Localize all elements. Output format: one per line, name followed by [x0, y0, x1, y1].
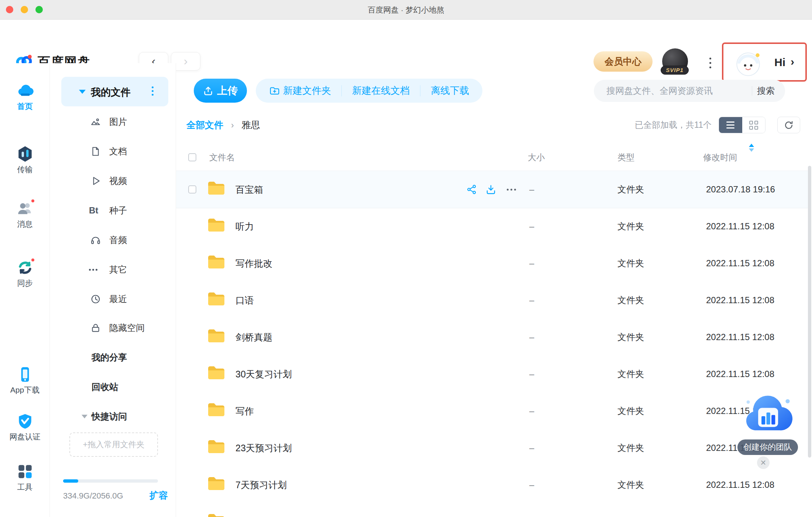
team-promo-label[interactable]: 创建你的团队 [737, 439, 798, 455]
column-size[interactable]: 大小 [528, 144, 545, 171]
more-actions-icon[interactable] [505, 186, 518, 193]
sidebar-item-others[interactable]: 其它 [50, 261, 176, 278]
messages-badge-dot [31, 199, 35, 203]
breadcrumb-root[interactable]: 全部文件 [186, 120, 223, 130]
table-row[interactable]: 写作批改 – 文件夹 2022.11.15 12:08 [176, 245, 809, 282]
download-icon[interactable] [485, 184, 496, 195]
member-center-button[interactable]: 会员中心 [593, 51, 653, 72]
sync-badge-dot [31, 258, 35, 262]
sidebar-item-pictures[interactable]: 图片 [50, 113, 176, 131]
column-modified[interactable]: 修改时间 [703, 144, 737, 171]
assistant-highlight-box[interactable]: Hi › [722, 42, 807, 82]
scrollbar-thumb[interactable] [808, 166, 811, 458]
sidebar-item-hidden-space[interactable]: 隐藏空间 [50, 319, 176, 337]
new-folder-button[interactable]: 新建文件夹 [269, 84, 331, 97]
file-size: – [529, 319, 534, 356]
storage-usage-label: 334.9G/2056.0G [63, 490, 123, 502]
sidebar-item-recent[interactable]: 最近 [50, 290, 176, 308]
column-type[interactable]: 类型 [617, 144, 634, 171]
file-modified: 2022.11.15 12:08 [706, 282, 774, 319]
nav-tools[interactable]: 工具 [0, 463, 50, 492]
sidebar-item-documents[interactable]: 文档 [50, 143, 176, 160]
sidebar-item-recycle-bin[interactable]: 回收站 [50, 378, 176, 396]
file-size: – [529, 429, 534, 466]
sidebar-item-audio[interactable]: 音频 [50, 231, 176, 249]
column-name[interactable]: 文件名 [209, 144, 235, 171]
sidebar-item-quick-access[interactable]: 快捷访问 [50, 408, 176, 425]
grid-view-icon [749, 121, 758, 130]
new-online-doc-button[interactable]: 新建在线文档 [352, 84, 410, 97]
nav-certification[interactable]: 网盘认证 [0, 413, 50, 442]
row-actions [466, 171, 518, 208]
nav-tools-label: 工具 [0, 482, 50, 492]
transfer-hexagon-icon [17, 145, 34, 162]
sidebar-item-my-files[interactable]: 我的文件 [61, 77, 168, 106]
file-name[interactable]: 7天预习计划 [235, 466, 287, 503]
nav-transfer[interactable]: 传输 [0, 145, 50, 175]
sync-icon [17, 259, 34, 276]
table-row[interactable]: 7天预习计划 – 文件夹 2022.11.15 12:08 [176, 466, 809, 503]
file-name[interactable]: 剑桥真题 [235, 319, 272, 356]
file-name[interactable]: 30天复习计划 [235, 356, 292, 393]
table-row[interactable]: 口语 – 文件夹 2022.11.15 12:08 [176, 282, 809, 319]
sort-arrows-icon[interactable] [749, 144, 754, 152]
file-modified: 2023.07.18 19:16 [706, 171, 775, 208]
nav-app-download[interactable]: App下载 [0, 366, 50, 395]
file-name[interactable]: 口语 [235, 282, 254, 319]
nav-sync[interactable]: 同步 [0, 259, 50, 288]
recent-label: 最近 [109, 290, 127, 308]
expand-storage-link[interactable]: 扩容 [149, 489, 168, 502]
select-all-checkbox[interactable] [188, 153, 196, 161]
headphones-icon [90, 235, 101, 245]
drop-folder-zone[interactable]: +拖入常用文件夹 [69, 432, 158, 457]
search-separator [752, 86, 752, 96]
file-type: 文件夹 [617, 208, 644, 245]
app-header: 百度网盘 ‹ › 会员中心 SVIP1 Hi › [0, 20, 812, 63]
grid-view-button[interactable] [742, 117, 765, 133]
nav-messages[interactable]: 消息 [0, 200, 50, 229]
refresh-button[interactable] [777, 117, 800, 133]
nav-home[interactable]: 首页 [0, 82, 50, 112]
file-size: – [529, 356, 534, 393]
search-input[interactable] [606, 83, 743, 99]
table-row[interactable]: 听力 – 文件夹 2022.11.15 12:08 [176, 208, 809, 245]
file-size: – [529, 245, 534, 282]
folder-icon [207, 365, 226, 382]
share-icon[interactable] [466, 184, 477, 195]
list-view-button[interactable] [719, 117, 742, 133]
table-row[interactable]: 剑桥真题 – 文件夹 2022.11.15 12:08 [176, 319, 809, 356]
table-row-partial[interactable] [176, 503, 809, 517]
file-name[interactable]: 听力 [235, 208, 254, 245]
file-name[interactable]: 写作 [235, 393, 254, 429]
sidebar-item-my-share[interactable]: 我的分享 [50, 349, 176, 366]
my-files-more-icon[interactable] [150, 85, 155, 97]
file-type: 文件夹 [617, 282, 644, 319]
table-row[interactable]: 百宝箱 – 文件夹 2023.07.18 19:16 [176, 171, 809, 208]
table-header: 文件名 大小 类型 修改时间 [176, 144, 809, 171]
sidebar-item-videos[interactable]: 视频 [50, 172, 176, 190]
row-checkbox[interactable] [188, 185, 196, 194]
greeting-label: Hi [774, 56, 785, 69]
sidebar-item-torrents[interactable]: Bt 种子 [50, 202, 176, 219]
upload-button[interactable]: 上传 [194, 79, 247, 103]
search-button[interactable]: 搜索 [757, 80, 775, 102]
folder-icon [207, 254, 226, 271]
file-type: 文件夹 [617, 245, 644, 282]
offline-download-button[interactable]: 离线下载 [431, 84, 469, 97]
table-row[interactable]: 30天复习计划 – 文件夹 2022.11.15 12:08 [176, 356, 809, 393]
file-type: 文件夹 [617, 171, 644, 208]
team-cloud-icon [740, 390, 795, 439]
collapse-triangle-icon[interactable] [79, 90, 86, 94]
videos-play-icon [90, 176, 101, 186]
file-size: – [529, 466, 534, 503]
table-row[interactable]: 写作 – 文件夹 2022.11.15 12:08 [176, 393, 809, 429]
table-row[interactable]: 23天预习计划 – 文件夹 2022.11.15 12:08 [176, 429, 809, 466]
file-name[interactable]: 百宝箱 [235, 171, 263, 208]
file-name[interactable]: 23天预习计划 [235, 429, 292, 466]
shield-check-icon [17, 413, 34, 430]
promo-close-icon[interactable]: ✕ [757, 456, 770, 469]
breadcrumb-separator-icon: › [231, 120, 234, 130]
more-menu-button[interactable] [707, 55, 713, 71]
file-name[interactable]: 写作批改 [235, 245, 272, 282]
my-share-label: 我的分享 [92, 349, 127, 366]
